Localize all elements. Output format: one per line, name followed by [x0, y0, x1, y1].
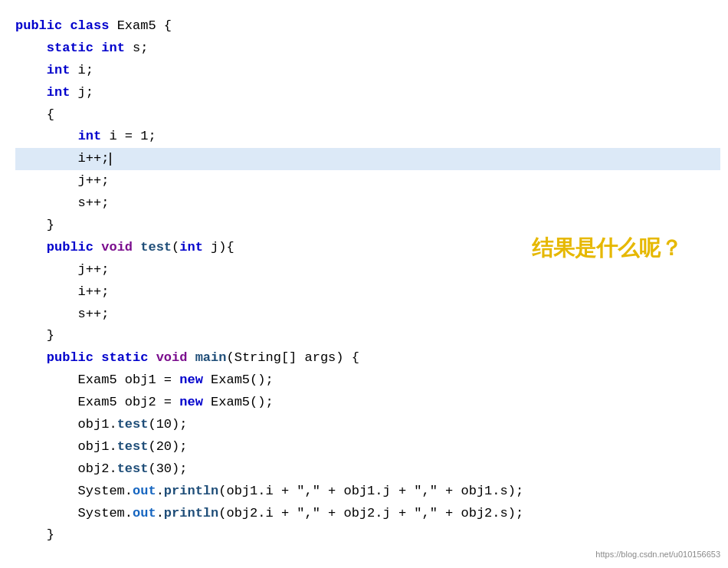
code-line: int i = 1;	[15, 126, 720, 148]
field-out: out	[133, 481, 156, 503]
keyword-int: int	[101, 38, 125, 60]
code-container: public class Exam5 { static int s; int i…	[0, 0, 728, 568]
keyword-static: static	[47, 38, 93, 60]
method-call: test	[117, 414, 149, 436]
code-line: int j;	[15, 82, 720, 104]
keyword-int: int	[47, 60, 71, 82]
code-line: obj1.test(10);	[15, 414, 720, 436]
keyword-static: static	[101, 347, 148, 369]
keyword-int: int	[47, 82, 71, 104]
question-label: 结果是什么呢？	[532, 230, 682, 267]
keyword-public: public	[47, 347, 93, 369]
code-line: i++;	[15, 281, 720, 304]
keyword-new: new	[179, 392, 203, 414]
code-line: System.out.println(obj2.i + "," + obj2.j…	[15, 503, 720, 525]
keyword-public: public	[15, 15, 62, 38]
field-out: out	[133, 503, 156, 525]
method-main: main	[195, 347, 227, 369]
code-line: s++;	[15, 192, 720, 215]
keyword-void: void	[101, 237, 133, 259]
code-line: int i;	[15, 60, 720, 82]
watermark: https://blog.csdn.net/u010156653	[595, 547, 720, 562]
method-call: test	[117, 436, 149, 458]
text-cursor	[110, 153, 111, 166]
keyword-int: int	[78, 126, 102, 148]
code-line: static int s;	[15, 38, 720, 60]
code-line: Exam5 obj2 = new Exam5();	[15, 392, 720, 414]
keyword-class: class	[70, 15, 109, 38]
code-line: obj2.test(30);	[15, 458, 720, 481]
method-name: test	[140, 237, 172, 259]
method-println: println	[164, 481, 218, 503]
method-call: test	[117, 458, 149, 481]
method-println: println	[164, 503, 218, 525]
code-line: public static void main(String[] args) {	[15, 347, 720, 369]
code-line: }	[15, 524, 720, 547]
code-line: j++;	[15, 170, 720, 192]
keyword-public: public	[47, 237, 93, 259]
code-line: s++;	[15, 304, 720, 326]
code-line: System.out.println(obj1.i + "," + obj1.j…	[15, 481, 720, 503]
keyword-new: new	[179, 369, 203, 392]
keyword-int: int	[179, 237, 203, 259]
code-line: public class Exam5 {	[15, 15, 720, 38]
code-line: {	[15, 104, 720, 126]
code-line-highlighted: i++;	[15, 148, 720, 170]
code-line: obj1.test(20);	[15, 436, 720, 458]
code-line: }	[15, 325, 720, 347]
code-line: Exam5 obj1 = new Exam5();	[15, 369, 720, 392]
keyword-void: void	[156, 347, 188, 369]
